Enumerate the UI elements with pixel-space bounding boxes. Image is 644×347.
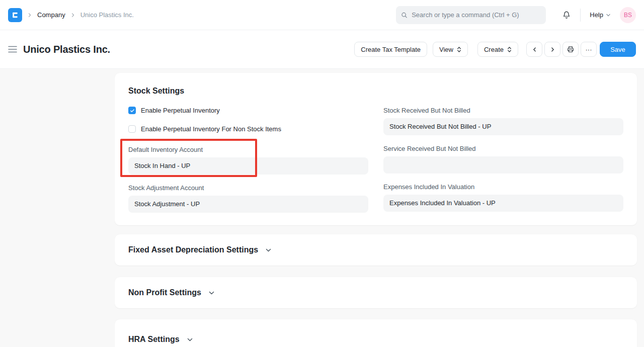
service-received-but-not-billed-input[interactable] bbox=[383, 156, 623, 173]
chevron-down-icon bbox=[187, 336, 193, 343]
chevron-down-icon bbox=[606, 13, 611, 18]
page-header: Unico Plastics Inc. Create Tax Template … bbox=[0, 30, 644, 69]
erpnext-logo[interactable] bbox=[8, 8, 22, 22]
navbar-divider bbox=[580, 9, 581, 22]
section-hra-settings[interactable]: HRA Settings bbox=[115, 319, 637, 347]
create-menu-label: Create bbox=[484, 46, 504, 53]
section-title: Fixed Asset Depreciation Settings bbox=[128, 245, 258, 254]
search-icon bbox=[401, 12, 408, 19]
checkbox-enable-perpetual-inventory-non-stock[interactable]: Enable Perpetual Inventory For Non Stock… bbox=[128, 125, 368, 133]
bell-icon bbox=[562, 11, 571, 20]
checkbox-label: Enable Perpetual Inventory bbox=[141, 107, 220, 114]
help-menu[interactable]: Help bbox=[590, 11, 611, 19]
select-arrows-icon bbox=[457, 46, 461, 53]
header-actions: Create Tax Template View Create bbox=[354, 42, 636, 57]
view-menu-label: View bbox=[439, 46, 453, 53]
stock-settings-right-column: Stock Received But Not Billed Stock Rece… bbox=[383, 107, 623, 213]
prev-document-button[interactable] bbox=[526, 42, 542, 57]
save-button[interactable]: Save bbox=[600, 42, 636, 57]
stock-received-but-not-billed-input[interactable]: Stock Received But Not Billed - UP bbox=[383, 118, 623, 135]
section-title: HRA Settings bbox=[128, 335, 180, 344]
stock-settings-left-column: Enable Perpetual Inventory Enable Perpet… bbox=[128, 107, 368, 213]
chevron-down-icon bbox=[208, 290, 215, 296]
sidebar-toggle-button[interactable] bbox=[8, 46, 17, 53]
breadcrumb-current-doc[interactable]: Unico Plastics Inc. bbox=[80, 11, 134, 19]
section-fixed-asset-depreciation-settings[interactable]: Fixed Asset Depreciation Settings bbox=[115, 234, 637, 266]
top-navbar: Company Unico Plastics Inc. Help BS bbox=[0, 0, 644, 30]
global-search[interactable] bbox=[396, 6, 546, 24]
hamburger-icon bbox=[8, 46, 17, 53]
checkbox-label: Enable Perpetual Inventory For Non Stock… bbox=[141, 125, 281, 133]
create-tax-template-button[interactable]: Create Tax Template bbox=[354, 42, 427, 57]
print-button[interactable] bbox=[562, 42, 579, 57]
help-label: Help bbox=[590, 11, 603, 19]
default-inventory-account-input[interactable]: Stock In Hand - UP bbox=[128, 157, 368, 175]
page-title: Unico Plastics Inc. bbox=[23, 44, 110, 55]
erpnext-logo-icon bbox=[11, 11, 19, 19]
section-heading-stock-settings: Stock Settings bbox=[128, 86, 623, 96]
notifications-button[interactable] bbox=[562, 11, 571, 20]
expenses-included-in-valuation-input[interactable]: Expenses Included In Valuation - UP bbox=[383, 195, 623, 212]
next-document-button[interactable] bbox=[544, 42, 560, 57]
breadcrumb-company[interactable]: Company bbox=[37, 11, 65, 19]
field-label: Expenses Included In Valuation bbox=[383, 183, 623, 191]
chevron-left-icon bbox=[532, 47, 537, 52]
stock-settings-card: Stock Settings Enable Perpetual Inventor… bbox=[115, 73, 637, 225]
field-stock-received-but-not-billed: Stock Received But Not Billed Stock Rece… bbox=[383, 107, 623, 135]
stock-adjustment-account-input[interactable]: Stock Adjustment - UP bbox=[128, 196, 368, 213]
field-label: Stock Adjustment Account bbox=[128, 184, 368, 192]
field-label: Default Inventory Account bbox=[128, 146, 368, 153]
section-title: Non Profit Settings bbox=[128, 288, 201, 297]
field-label: Stock Received But Not Billed bbox=[383, 107, 623, 114]
field-expenses-included-in-valuation: Expenses Included In Valuation Expenses … bbox=[383, 183, 623, 212]
field-default-inventory-account: Default Inventory Account Stock In Hand … bbox=[128, 146, 368, 175]
chevron-right-icon bbox=[550, 47, 555, 52]
avatar[interactable]: BS bbox=[620, 7, 636, 23]
chevron-right-icon bbox=[27, 13, 32, 18]
view-menu-button[interactable]: View bbox=[433, 42, 468, 57]
chevron-down-icon bbox=[265, 247, 272, 253]
create-menu-button[interactable]: Create bbox=[477, 42, 518, 57]
section-non-profit-settings[interactable]: Non Profit Settings bbox=[115, 277, 637, 308]
content-area: Stock Settings Enable Perpetual Inventor… bbox=[0, 69, 644, 347]
printer-icon bbox=[567, 45, 575, 53]
chevron-right-icon bbox=[70, 13, 75, 18]
select-arrows-icon bbox=[507, 46, 512, 53]
checkbox-unchecked-icon bbox=[128, 125, 136, 133]
checkbox-checked-icon bbox=[128, 107, 136, 114]
search-input[interactable] bbox=[412, 11, 541, 19]
field-label: Service Received But Not Billed bbox=[383, 145, 623, 152]
menu-button[interactable]: ··· bbox=[581, 42, 597, 57]
field-service-received-but-not-billed: Service Received But Not Billed bbox=[383, 145, 623, 173]
field-stock-adjustment-account: Stock Adjustment Account Stock Adjustmen… bbox=[128, 184, 368, 213]
checkbox-enable-perpetual-inventory[interactable]: Enable Perpetual Inventory bbox=[128, 107, 368, 114]
